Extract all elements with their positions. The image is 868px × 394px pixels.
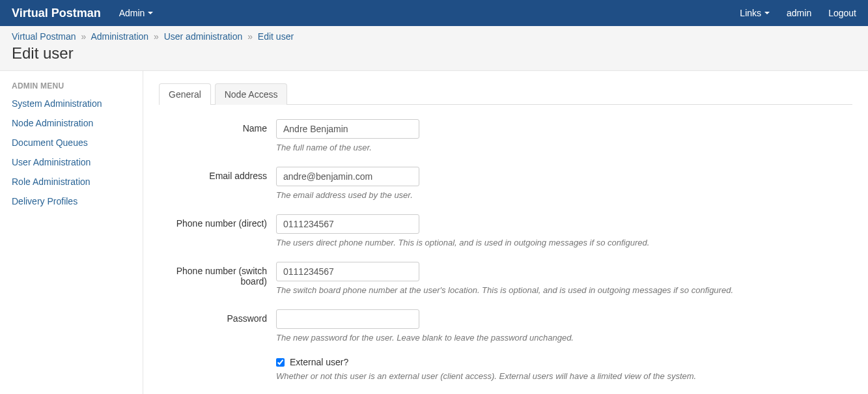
form-row-email: Email address The email address used by …	[159, 167, 852, 200]
password-help: The new password for the user. Leave bla…	[276, 333, 852, 343]
phone-switch-help: The switch board phone number at the use…	[276, 285, 852, 295]
external-checkbox[interactable]	[276, 358, 285, 367]
sidebar-item-role-administration[interactable]: Role Administration	[12, 176, 131, 187]
breadcrumb-sep: »	[247, 31, 253, 42]
navbar: Virtual Postman Admin Links admin Logout	[0, 0, 868, 26]
sidebar-item-node-administration[interactable]: Node Administration	[12, 118, 131, 128]
breadcrumb-sep: »	[154, 31, 159, 42]
links-dropdown[interactable]: Links	[740, 8, 770, 18]
caret-down-icon	[148, 12, 153, 14]
breadcrumb-sep: »	[81, 31, 86, 42]
sidebar-header: ADMIN MENU	[12, 81, 131, 91]
form-row-external: External user? Whether or not this user …	[159, 357, 852, 381]
breadcrumb-link[interactable]: User administration	[164, 31, 243, 42]
admin-dropdown-label: Admin	[119, 8, 145, 18]
sidebar-item-delivery-profiles[interactable]: Delivery Profiles	[12, 196, 131, 206]
phone-direct-help: The users direct phone number. This is o…	[276, 238, 852, 247]
password-label: Password	[159, 309, 276, 343]
tab-general[interactable]: General	[159, 83, 211, 105]
phone-direct-label: Phone number (direct)	[159, 214, 276, 247]
content: General Node Access Name The full name o…	[143, 71, 868, 394]
sidebar-item-user-administration[interactable]: User Administration	[12, 157, 131, 167]
external-help: Whether or not this user is an external …	[276, 371, 852, 381]
sidebar-item-system-administration[interactable]: System Administration	[12, 98, 131, 109]
name-label: Name	[159, 119, 276, 152]
phone-switch-label: Phone number (switch board)	[159, 262, 276, 295]
external-spacer	[159, 357, 276, 381]
email-input[interactable]	[276, 167, 419, 186]
layout: ADMIN MENU System Administration Node Ad…	[0, 71, 868, 394]
name-help: The full name of the user.	[276, 143, 852, 152]
sidebar: ADMIN MENU System Administration Node Ad…	[0, 71, 143, 394]
breadcrumb-current: Edit user	[258, 31, 294, 42]
page-title: Edit user	[12, 44, 856, 63]
brand[interactable]: Virtual Postman	[12, 7, 101, 20]
form-row-phone-direct: Phone number (direct) The users direct p…	[159, 214, 852, 247]
navbar-right: Links admin Logout	[740, 8, 856, 18]
tabs: General Node Access	[159, 83, 852, 105]
sidebar-item-document-queues[interactable]: Document Queues	[12, 137, 131, 148]
navbar-user[interactable]: admin	[787, 8, 811, 18]
external-label: External user?	[290, 357, 348, 367]
phone-switch-input[interactable]	[276, 262, 419, 281]
links-dropdown-label: Links	[740, 8, 761, 18]
form-row-phone-switch: Phone number (switch board) The switch b…	[159, 262, 852, 295]
caret-down-icon	[764, 12, 770, 14]
name-input[interactable]	[276, 119, 419, 139]
breadcrumb-link[interactable]: Administration	[91, 31, 148, 42]
breadcrumb-link[interactable]: Virtual Postman	[12, 31, 76, 42]
email-label: Email address	[159, 167, 276, 200]
breadcrumb: Virtual Postman » Administration » User …	[12, 31, 856, 42]
form-row-password: Password The new password for the user. …	[159, 309, 852, 343]
form-row-name: Name The full name of the user.	[159, 119, 852, 152]
email-help: The email address used by the user.	[276, 190, 852, 200]
phone-direct-input[interactable]	[276, 214, 419, 234]
admin-dropdown[interactable]: Admin	[119, 8, 154, 18]
subheader: Virtual Postman » Administration » User …	[0, 26, 868, 71]
password-input[interactable]	[276, 309, 419, 329]
tab-node-access[interactable]: Node Access	[215, 83, 288, 105]
navbar-left: Virtual Postman Admin	[12, 7, 153, 20]
logout-link[interactable]: Logout	[828, 8, 856, 18]
